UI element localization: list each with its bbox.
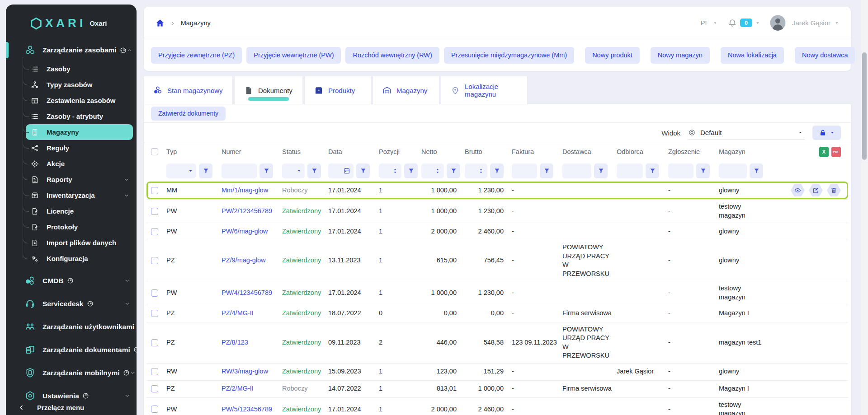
view-select[interactable]: Default: [688, 126, 805, 140]
tab-stan-magazynowy[interactable]: Stan magazynowy: [144, 76, 232, 104]
view-button[interactable]: [791, 184, 805, 196]
tab-dokumenty[interactable]: Dokumenty: [235, 76, 302, 104]
approve-documents-button[interactable]: Zatwierdź dokumenty: [151, 107, 226, 121]
button-przyjęcie-zewnętrzne-pz[interactable]: Przyjęcie zewnętrzne (PZ): [151, 47, 242, 64]
filter-button-netto[interactable]: [447, 163, 460, 178]
column-menu-icon[interactable]: [304, 149, 310, 155]
lock-view-button[interactable]: [812, 126, 841, 140]
document-link[interactable]: PW/2/123456789: [222, 207, 272, 214]
button-nowa-lokalizacja[interactable]: Nowa lokalizacja: [721, 47, 784, 64]
filter-button-magazyn[interactable]: [750, 163, 763, 178]
tab-lokalizacje-magazynu[interactable]: Lokalizacje magazynu: [441, 76, 527, 104]
column-menu-icon[interactable]: [537, 149, 543, 155]
sidebar-section-cmdb[interactable]: CMDB: [6, 269, 137, 292]
column-menu-icon[interactable]: [403, 149, 409, 155]
document-link[interactable]: PZ/4/MG-II: [222, 309, 254, 317]
funnel-icon: [311, 168, 318, 174]
document-link[interactable]: PZ/9/mag-glow: [222, 256, 266, 264]
column-menu-icon[interactable]: [749, 149, 755, 155]
column-menu-icon[interactable]: [594, 149, 601, 155]
edit-button[interactable]: [809, 184, 823, 196]
sidebar-section-zarządzanie-użytkownikami[interactable]: Zarządzanie użytkownikami: [6, 315, 137, 338]
excel-icon[interactable]: X: [819, 147, 829, 157]
document-link[interactable]: PW/4/123456789: [222, 289, 272, 296]
scrollbar[interactable]: [861, 0, 868, 415]
row-checkbox[interactable]: [151, 228, 158, 235]
filter-input-numer[interactable]: [222, 163, 257, 178]
filter-input-zgloszenie[interactable]: [668, 163, 693, 178]
view-value: Default: [700, 129, 722, 136]
home-icon[interactable]: [156, 19, 165, 28]
button-nowy-magazyn[interactable]: Nowy magazyn: [651, 47, 710, 64]
document-link[interactable]: Mm/1/mag-glow: [222, 187, 268, 194]
tab-magazyny[interactable]: Magazyny: [373, 76, 439, 104]
scrollbar-thumb[interactable]: [862, 52, 867, 160]
document-link[interactable]: PW/6/mag-glow: [222, 228, 268, 235]
filter-date-data[interactable]: [328, 163, 354, 178]
button-przyjęcie-wewnętrzne-pw[interactable]: Przyjęcie wewnętrzne (PW): [246, 47, 341, 64]
filter-button-typ[interactable]: [199, 163, 212, 178]
user-name[interactable]: Jarek Gąsior: [792, 19, 830, 27]
row-checkbox[interactable]: [151, 385, 158, 392]
column-menu-icon[interactable]: [703, 149, 709, 155]
filter-button-zgloszenie[interactable]: [696, 163, 710, 178]
sidebar-item-label: Protokoły: [47, 223, 78, 231]
column-menu-icon[interactable]: [486, 149, 492, 155]
filter-button-odbiorca[interactable]: [646, 163, 659, 178]
document-link[interactable]: RW/3/mag-glow: [222, 368, 268, 375]
filter-cell-status: [282, 163, 328, 178]
filter-button-dostawca[interactable]: [594, 163, 608, 178]
filter-input-dostawca[interactable]: [562, 163, 591, 178]
document-link[interactable]: PW/5/123456789: [222, 406, 272, 413]
button-rozchód-wewnętrzny-rw[interactable]: Rozchód wewnętrzny (RW): [345, 47, 439, 64]
button-nowy-produkt[interactable]: Nowy produkt: [585, 47, 640, 64]
row-checkbox[interactable]: [151, 257, 158, 264]
language-selector[interactable]: PL: [701, 19, 709, 27]
filter-input-odbiorca[interactable]: [617, 163, 643, 178]
document-link[interactable]: PZ/2/MG-II: [222, 385, 254, 392]
column-menu-icon[interactable]: [245, 149, 251, 155]
notifications-badge: 0: [740, 19, 752, 27]
column-menu-icon[interactable]: [646, 149, 653, 155]
toggle-menu-button[interactable]: Przełącz menu: [6, 404, 137, 415]
row-checkbox[interactable]: [151, 187, 158, 194]
filter-number-pozycji[interactable]: [379, 163, 401, 178]
filter-number-netto[interactable]: [421, 163, 444, 178]
row-checkbox[interactable]: [151, 406, 158, 413]
document-link[interactable]: PZ/8/123: [222, 339, 248, 346]
row-checkbox[interactable]: [151, 368, 158, 375]
filter-button-brutto[interactable]: [490, 163, 504, 178]
filter-button-data[interactable]: [356, 163, 370, 178]
column-menu-icon[interactable]: [180, 149, 186, 155]
row-checkbox[interactable]: [151, 208, 158, 215]
select-all-checkbox[interactable]: [151, 148, 158, 155]
breadcrumb-link[interactable]: Magazyny: [181, 19, 211, 27]
row-checkbox[interactable]: [151, 289, 158, 297]
notifications-button[interactable]: 0: [728, 19, 760, 28]
button-nowy-dostawca[interactable]: Nowy dostawca: [795, 47, 855, 64]
cell-zgloszenie: -: [668, 384, 719, 393]
filter-button-status[interactable]: [307, 163, 321, 178]
filter-select-status[interactable]: [282, 163, 305, 178]
tab-produkty[interactable]: Produkty: [305, 76, 371, 104]
filter-select-typ[interactable]: [166, 163, 196, 178]
sidebar-section-zarządzanie-mobilnymi[interactable]: Zarządzanie mobilnymi: [6, 361, 137, 384]
row-checkbox[interactable]: [151, 339, 158, 346]
filter-button-faktura[interactable]: [540, 163, 553, 178]
filter-button-pozycji[interactable]: [404, 163, 418, 178]
avatar[interactable]: [769, 14, 786, 31]
filter-number-brutto[interactable]: [465, 163, 487, 178]
pdf-icon[interactable]: PDF: [831, 147, 841, 157]
column-menu-icon[interactable]: [440, 149, 447, 155]
sidebar-section-zarządzanie-dokumentami[interactable]: Zarządzanie dokumentami: [6, 338, 137, 361]
row-checkbox[interactable]: [151, 310, 158, 317]
filter-input-magazyn[interactable]: [719, 163, 747, 178]
sidebar-item-konfiguracja[interactable]: Konfiguracja: [6, 251, 137, 266]
column-menu-icon[interactable]: [345, 149, 352, 155]
filter-button-numer[interactable]: [259, 163, 273, 178]
delete-button[interactable]: [827, 184, 841, 196]
button-przesunięcie-międzymagazynowe-mm[interactable]: Przesunięcie międzymagazynowe (Mm): [444, 47, 574, 64]
filter-input-faktura[interactable]: [512, 163, 537, 178]
cell-brutto: 756,45: [465, 256, 512, 265]
sidebar-section-servicedesk[interactable]: Servicedesk: [6, 292, 137, 315]
